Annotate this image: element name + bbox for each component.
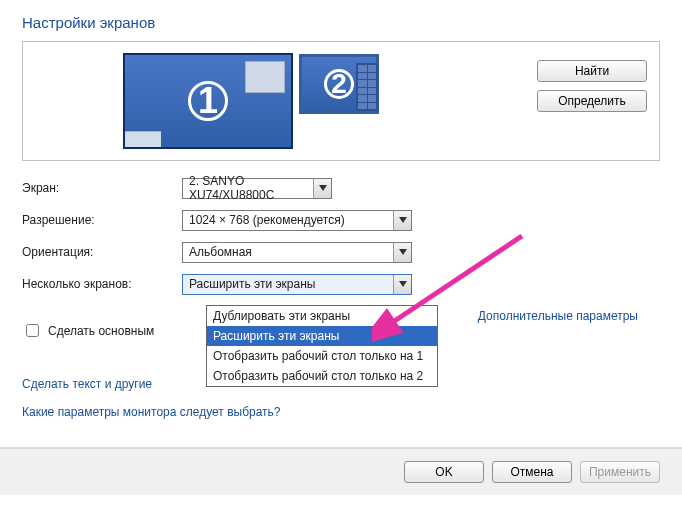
taskbar-thumb-icon [125, 131, 161, 147]
chevron-down-icon [393, 211, 411, 230]
orientation-value: Альбомная [189, 245, 252, 259]
orientation-label: Ориентация: [22, 245, 182, 259]
multiple-displays-label: Несколько экранов: [22, 277, 182, 291]
orientation-combo[interactable]: Альбомная [182, 242, 412, 263]
dropdown-option[interactable]: Отобразить рабочий стол только на 2 [207, 366, 437, 386]
resolution-combo[interactable]: 1024 × 768 (рекомендуется) [182, 210, 412, 231]
page-title: Настройки экранов [22, 14, 660, 31]
monitor-1[interactable]: 1 [123, 53, 293, 149]
dropdown-option[interactable]: Дублировать эти экраны [207, 306, 437, 326]
monitor-2-number: 2 [324, 69, 354, 99]
make-main-label: Сделать основным [48, 324, 154, 338]
screen-label: Экран: [22, 181, 182, 195]
ok-button[interactable]: OK [404, 461, 484, 483]
monitor-params-help-link[interactable]: Какие параметры монитора следует выбрать… [22, 405, 660, 419]
grid-thumb-icon [356, 63, 378, 111]
find-button[interactable]: Найти [537, 60, 647, 82]
resolution-label: Разрешение: [22, 213, 182, 227]
apply-button[interactable]: Применить [580, 461, 660, 483]
dropdown-option[interactable]: Отобразить рабочий стол только на 1 [207, 346, 437, 366]
monitor-1-number: 1 [188, 81, 228, 121]
dropdown-option[interactable]: Расширить эти экраны [207, 326, 437, 346]
screen-value: 2. SANYO XU74/XU8800C [189, 174, 309, 202]
resolution-value: 1024 × 768 (рекомендуется) [189, 213, 345, 227]
multiple-displays-combo[interactable]: Расширить эти экраны [182, 274, 412, 295]
chevron-down-icon [393, 275, 411, 294]
monitor-2[interactable]: 2 [299, 54, 379, 114]
dialog-footer: OK Отмена Применить [0, 448, 682, 495]
chevron-down-icon [313, 179, 331, 198]
multiple-displays-value: Расширить эти экраны [189, 277, 315, 291]
make-main-checkbox[interactable] [26, 324, 39, 337]
multiple-displays-dropdown: Дублировать эти экраныРасширить эти экра… [206, 305, 438, 387]
chevron-down-icon [393, 243, 411, 262]
window-thumb-icon [245, 61, 285, 93]
monitor-preview-box: 1 2 Найти Определить [22, 41, 660, 161]
detect-button[interactable]: Определить [537, 90, 647, 112]
cancel-button[interactable]: Отмена [492, 461, 572, 483]
advanced-settings-link[interactable]: Дополнительные параметры [478, 309, 638, 323]
screen-combo[interactable]: 2. SANYO XU74/XU8800C [182, 178, 332, 199]
